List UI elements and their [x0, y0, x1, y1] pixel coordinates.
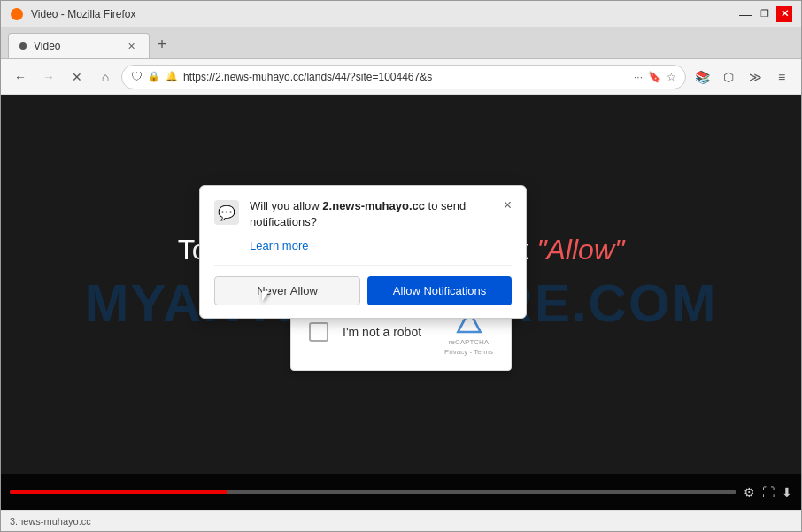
- pocket-icon: 🔖: [648, 71, 661, 83]
- recaptcha-checkbox[interactable]: [309, 322, 328, 342]
- popup-message-prefix: Will you allow: [250, 199, 322, 212]
- recaptcha-brand-text: reCAPTCHA: [449, 338, 489, 346]
- never-allow-button[interactable]: Never Allow: [214, 276, 360, 305]
- address-bar[interactable]: 🛡 🔒 🔔 https://2.news-muhayo.cc/lands/44/…: [121, 65, 686, 89]
- popup-header: 💬 Will you allow 2.news-muhayo.cc to sen…: [214, 198, 512, 230]
- firefox-icon: [10, 7, 24, 21]
- tab-label: Video: [34, 40, 60, 52]
- window-controls: — ❐ ✕: [737, 6, 792, 22]
- recaptcha-privacy-text: Privacy - Terms: [444, 348, 493, 356]
- tab-bar: Video ✕ +: [1, 27, 801, 59]
- learn-more-link[interactable]: Learn more: [250, 239, 512, 252]
- shield-icon: 🛡: [131, 70, 143, 83]
- active-tab[interactable]: Video ✕: [8, 33, 150, 58]
- sync-button[interactable]: ⬡: [716, 65, 741, 89]
- popup-close-button[interactable]: ×: [504, 198, 512, 212]
- close-button[interactable]: ✕: [776, 6, 792, 22]
- back-button[interactable]: ←: [8, 65, 33, 89]
- window-title: Video - Mozilla Firefox: [31, 8, 136, 20]
- minimize-button[interactable]: —: [737, 6, 753, 22]
- url-text: https://2.news-muhayo.cc/lands/44/?site=…: [183, 71, 628, 83]
- status-bar: 3.news-muhayo.cc: [1, 510, 801, 531]
- tab-favicon: [19, 42, 27, 50]
- lock-icon: 🔒: [148, 71, 160, 82]
- star-icon: ☆: [667, 71, 676, 83]
- allow-notifications-button[interactable]: Allow Notifications: [367, 276, 512, 305]
- popup-domain: 2.news-muhayo.cc: [322, 199, 425, 212]
- browser-window: Video - Mozilla Firefox — ❐ ✕ Video ✕ + …: [0, 0, 802, 532]
- overflow-button[interactable]: ≫: [743, 65, 767, 89]
- recaptcha-label: I'm not a robot: [343, 325, 430, 339]
- new-tab-button[interactable]: +: [150, 32, 174, 57]
- title-bar: Video - Mozilla Firefox — ❐ ✕: [1, 1, 801, 27]
- notification-icon: 🔔: [166, 71, 178, 82]
- tab-close-button[interactable]: ✕: [124, 39, 138, 53]
- chat-icon: 💬: [214, 200, 239, 225]
- nav-right-buttons: 📚 ⬡ ≫ ≡: [690, 65, 794, 89]
- navigation-bar: ← → ✕ ⌂ 🛡 🔒 🔔 https://2.news-muhayo.cc/l…: [1, 59, 801, 95]
- webpage: MYANTISPYWARE.COM 💬 Will you allow 2.new…: [1, 95, 801, 510]
- library-button[interactable]: 📚: [690, 65, 714, 89]
- status-url: 3.news-muhayo.cc: [10, 516, 91, 527]
- forward-button[interactable]: →: [36, 65, 61, 89]
- popup-buttons: Never Allow Allow Notifications: [214, 265, 512, 305]
- svg-point-2: [15, 12, 19, 16]
- more-dots-icon: ···: [634, 71, 643, 83]
- popup-message-text: Will you allow 2.news-muhayo.cc to send …: [250, 198, 486, 230]
- home-button[interactable]: ⌂: [93, 65, 118, 89]
- allow-text-highlight: "Allow": [536, 234, 624, 266]
- menu-button[interactable]: ≡: [769, 65, 794, 89]
- notification-permission-popup: 💬 Will you allow 2.news-muhayo.cc to sen…: [199, 185, 527, 319]
- maximize-button[interactable]: ❐: [757, 6, 773, 22]
- stop-reload-button[interactable]: ✕: [65, 65, 89, 89]
